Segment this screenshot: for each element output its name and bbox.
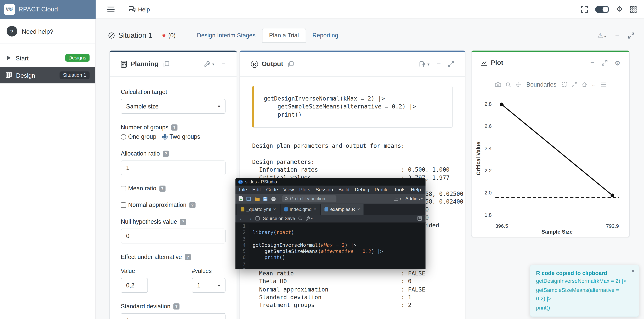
- open-file-button[interactable]: [254, 196, 260, 201]
- tab-index-qmd[interactable]: index.qmd×: [280, 204, 320, 215]
- new-file-button[interactable]: [238, 196, 243, 202]
- tab-examples-r[interactable]: examples.R×: [321, 204, 364, 215]
- fullscreen-button[interactable]: [581, 6, 588, 13]
- rstudio-window[interactable]: R slides - RStudio FileEditCodeViewPlots…: [235, 178, 426, 269]
- plot-expand-button[interactable]: [602, 60, 607, 66]
- plot-settings-gear-icon[interactable]: ⚙: [615, 60, 620, 66]
- rstudio-menu-item[interactable]: Help: [411, 187, 421, 193]
- copy-output-button[interactable]: [288, 61, 294, 67]
- normal-approximation-option[interactable]: Normal approximation: [121, 202, 186, 208]
- rstudio-menu-item[interactable]: File: [239, 187, 247, 193]
- effect-value-input[interactable]: [121, 278, 148, 293]
- export-dropdown[interactable]: ▾: [419, 61, 430, 67]
- download-plot-button[interactable]: [495, 82, 501, 87]
- box-select-button[interactable]: [562, 82, 567, 87]
- normal-approximation-checkbox[interactable]: [121, 202, 126, 208]
- one-group-option[interactable]: One group: [121, 133, 156, 140]
- toast-close-button[interactable]: ×: [631, 268, 634, 274]
- plotly-menu-button[interactable]: [601, 82, 606, 87]
- rstudio-menu-item[interactable]: Profile: [374, 187, 388, 193]
- help-badge[interactable]: ?: [185, 254, 191, 260]
- sidebar-item-design[interactable]: Design Situation 1: [0, 67, 95, 83]
- tab-label: index.qmd: [290, 207, 312, 212]
- nvalues-select[interactable]: 1 ▾: [192, 278, 226, 293]
- close-icon[interactable]: ×: [273, 207, 276, 212]
- allocation-ratio-input[interactable]: [121, 161, 226, 175]
- back-button[interactable]: ←: [239, 216, 244, 221]
- tab-design-interim-stages[interactable]: Design Interim Stages: [190, 28, 262, 42]
- legend-boundaries[interactable]: Boundaries: [526, 81, 556, 88]
- forward-button[interactable]: →: [247, 216, 252, 221]
- collapse-all-button[interactable]: −: [615, 31, 619, 39]
- help-badge[interactable]: ?: [173, 303, 180, 309]
- compile-report-button[interactable]: [417, 216, 422, 221]
- boundaries-chart[interactable]: 1.82.02.22.42.62.8396.5792.9Sample SizeC…: [475, 91, 627, 236]
- sidebar-item-start[interactable]: Start Designs: [0, 49, 95, 66]
- clipboard-toast[interactable]: R code copied to clipboard getDesignInve…: [530, 265, 639, 317]
- one-group-radio[interactable]: [121, 134, 126, 139]
- source-on-save-checkbox[interactable]: [256, 216, 260, 220]
- help-button[interactable]: Help: [128, 6, 150, 12]
- favorite-heart-icon[interactable]: ♥: [162, 32, 166, 39]
- rstudio-menu-item[interactable]: Tools: [394, 187, 406, 193]
- rstudio-menu-item[interactable]: Debug: [355, 187, 369, 193]
- output-expand-button[interactable]: [448, 61, 454, 67]
- addins-dropdown[interactable]: Addins▾: [406, 196, 423, 201]
- help-badge[interactable]: ?: [171, 124, 178, 130]
- rstudio-menu-item[interactable]: View: [283, 187, 294, 193]
- reset-axes-button[interactable]: [582, 82, 587, 87]
- calculation-target-select[interactable]: Sample size ▾: [121, 99, 226, 114]
- settings-gear-icon[interactable]: ⚙: [616, 6, 623, 13]
- mean-ratio-checkbox[interactable]: [121, 186, 126, 191]
- topbar: RPACT CLOUD RPACT Cloud Help ⚙: [0, 0, 644, 19]
- close-icon[interactable]: ×: [314, 207, 316, 212]
- code-tools-dropdown[interactable]: ▾: [306, 216, 313, 221]
- find-replace-button[interactable]: [298, 216, 302, 220]
- pan-button[interactable]: [516, 82, 521, 87]
- editor-code[interactable]: library(rpact) getDesignInverseNormal(kM…: [250, 223, 383, 269]
- rstudio-menu-item[interactable]: Code: [266, 187, 278, 193]
- mean-ratio-option[interactable]: Mean ratio: [121, 185, 156, 192]
- need-help-button[interactable]: ? Need help?: [0, 19, 95, 44]
- prev-view-button[interactable]: ←: [591, 82, 596, 87]
- rstudio-menu-item[interactable]: Edit: [252, 187, 261, 193]
- rstudio-titlebar[interactable]: R slides - RStudio: [235, 178, 426, 186]
- help-badge[interactable]: ?: [180, 219, 186, 225]
- null-hypothesis-input[interactable]: [121, 229, 226, 244]
- goto-file-search[interactable]: Go to file/function: [282, 195, 336, 202]
- planning-tools-dropdown[interactable]: ▾: [204, 61, 214, 67]
- help-badge[interactable]: ?: [159, 185, 165, 192]
- two-groups-option[interactable]: Two groups: [162, 133, 200, 140]
- copy-planning-button[interactable]: [163, 61, 169, 67]
- sidebar-toggle-button[interactable]: [107, 6, 114, 12]
- help-badge[interactable]: ?: [189, 202, 196, 208]
- output-collapse-button[interactable]: −: [437, 60, 441, 68]
- tab-plan-a-trial[interactable]: Plan a Trial: [262, 28, 306, 43]
- dark-mode-toggle[interactable]: [595, 5, 609, 13]
- line-number: 1: [235, 223, 246, 230]
- zoom-button[interactable]: [506, 82, 511, 87]
- svg-text:2.4: 2.4: [484, 145, 492, 151]
- rstudio-menu-item[interactable]: Build: [338, 187, 350, 193]
- new-project-button[interactable]: [246, 196, 252, 201]
- rstudio-menu-item[interactable]: Session: [316, 187, 333, 193]
- autoscale-button[interactable]: [572, 82, 577, 87]
- folder-icon: [254, 196, 260, 201]
- close-icon[interactable]: ×: [357, 207, 360, 212]
- apps-grid-button[interactable]: [630, 6, 637, 12]
- workspace-panes-button[interactable]: ▾: [394, 196, 401, 201]
- print-button[interactable]: [271, 196, 276, 201]
- rstudio-code-editor[interactable]: 12345678 library(rpact) getDesignInverse…: [235, 223, 426, 269]
- design-icon: [6, 72, 12, 78]
- two-groups-radio[interactable]: [162, 134, 168, 139]
- save-button[interactable]: [263, 196, 268, 201]
- tab-quarto-yml[interactable]: _quarto.yml×: [237, 204, 280, 215]
- expand-all-button[interactable]: [628, 32, 634, 38]
- plot-collapse-button[interactable]: −: [590, 59, 594, 66]
- rstudio-menu-item[interactable]: Plots: [299, 187, 310, 193]
- planning-collapse-button[interactable]: −: [222, 60, 226, 68]
- standard-deviation-input[interactable]: [121, 313, 226, 319]
- warnings-dropdown[interactable]: ⚠▾: [597, 31, 606, 39]
- tab-reporting[interactable]: Reporting: [306, 28, 345, 42]
- help-badge[interactable]: ?: [163, 150, 169, 157]
